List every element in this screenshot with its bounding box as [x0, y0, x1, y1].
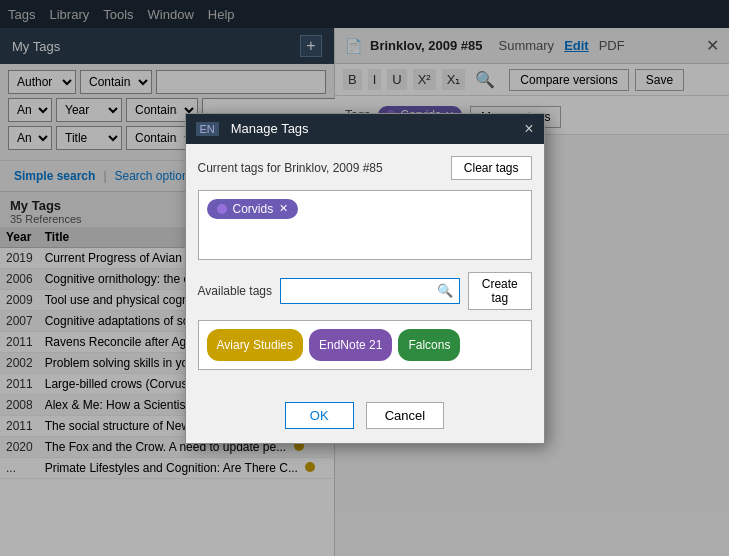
- endnote-21-tag[interactable]: EndNote 21: [309, 329, 392, 361]
- available-search-input[interactable]: [287, 284, 437, 298]
- lang-badge: EN: [196, 122, 219, 136]
- current-tag-remove[interactable]: ✕: [279, 202, 288, 215]
- dialog-footer: OK Cancel: [186, 394, 544, 443]
- dialog-body: Current tags for Brinklov, 2009 #85 Clea…: [186, 144, 544, 394]
- current-tags-label: Current tags for Brinklov, 2009 #85: [198, 161, 383, 175]
- ok-button[interactable]: OK: [285, 402, 354, 429]
- current-tags-row: Current tags for Brinklov, 2009 #85 Clea…: [198, 156, 532, 180]
- manage-tags-overlay: EN Manage Tags × Current tags for Brinkl…: [0, 0, 729, 556]
- available-search-wrap: 🔍: [280, 278, 460, 304]
- manage-tags-dialog: EN Manage Tags × Current tags for Brinkl…: [185, 113, 545, 444]
- available-tags-row: Available tags 🔍 Create tag: [198, 272, 532, 310]
- clear-tags-button[interactable]: Clear tags: [451, 156, 532, 180]
- available-search-icon: 🔍: [437, 283, 453, 298]
- current-tag-label: Corvids: [233, 202, 274, 216]
- current-tag-dot: [217, 204, 227, 214]
- current-tags-box: Corvids ✕: [198, 190, 532, 260]
- create-tag-button[interactable]: Create tag: [468, 272, 532, 310]
- dialog-titlebar: EN Manage Tags ×: [186, 114, 544, 144]
- aviary-studies-tag[interactable]: Aviary Studies: [207, 329, 303, 361]
- cancel-button[interactable]: Cancel: [366, 402, 444, 429]
- falcons-tag[interactable]: Falcons: [398, 329, 460, 361]
- dialog-title: Manage Tags: [231, 121, 309, 136]
- current-tag-corvids: Corvids ✕: [207, 199, 299, 219]
- available-tags-box: Aviary Studies EndNote 21 Falcons: [198, 320, 532, 370]
- available-label: Available tags: [198, 284, 273, 298]
- dialog-close-button[interactable]: ×: [524, 120, 533, 138]
